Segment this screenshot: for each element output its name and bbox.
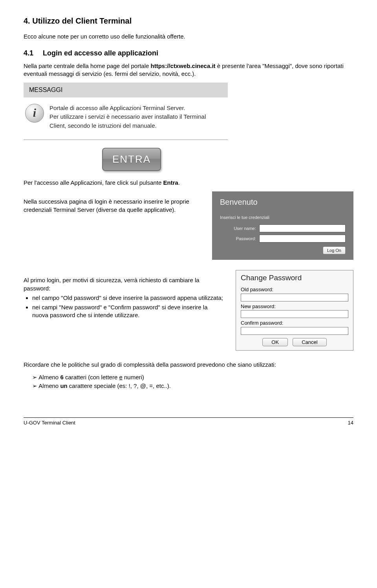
row-login: Nella successiva pagina di login è neces… <box>24 191 353 260</box>
policy-one: un <box>60 382 67 389</box>
page-footer: U-GOV Terminal Client 14 <box>24 417 353 426</box>
login-username-row: User name: <box>220 224 346 232</box>
change-password-buttons: OK Cancel <box>241 338 348 346</box>
change-password-intro: Al primo login, per motivi di sicurezza,… <box>24 276 225 292</box>
text-fragment: Per l'accesso alle Applicazioni, fare cl… <box>24 179 163 186</box>
info-icon: i <box>25 104 44 123</box>
login-panel: Benvenuto Inserisci le tue credenziali U… <box>212 191 353 260</box>
confirm-password-field: Confirm password: <box>241 320 348 335</box>
text-fragment: caratteri (con lettere <box>64 374 119 380</box>
text-fragment: Almeno <box>38 382 60 389</box>
new-password-label: New password: <box>241 303 348 310</box>
login-password-input[interactable] <box>259 235 346 243</box>
entra-button[interactable]: ENTRA <box>102 148 161 171</box>
messaggi-header: MESSAGGI <box>24 83 228 97</box>
new-password-input[interactable] <box>241 310 348 318</box>
ok-button[interactable]: OK <box>262 338 288 346</box>
old-password-label: Old password: <box>241 286 348 293</box>
portal-url: https://ctxweb.cineca.it <box>151 62 216 69</box>
cancel-button[interactable]: Cancel <box>293 338 326 346</box>
change-password-bullets: nel campo "Old password" si deve inserir… <box>24 294 225 320</box>
policy-item-special: Almeno un carattere speciale (es: !, ?, … <box>32 382 353 390</box>
login-password-row: Password: <box>220 235 346 243</box>
text-fragment: numeri) <box>123 374 144 380</box>
policy-intro: Ricordare che le politiche sul grado di … <box>24 361 353 369</box>
policy-item-chars: Almeno 6 caratteri (con lettere e numeri… <box>32 373 353 381</box>
footer-title: U-GOV Terminal Client <box>24 419 75 426</box>
policy-list: Almeno 6 caratteri (con lettere e numeri… <box>24 373 353 390</box>
messaggi-line2: Per utilizzare i servizi è necessario av… <box>49 112 224 130</box>
old-password-input[interactable] <box>241 294 348 301</box>
subsection-number: 4.1 <box>24 48 41 58</box>
policy-six: 6 <box>60 374 63 380</box>
change-password-panel: Change Password Old password: New passwo… <box>236 270 353 350</box>
login-username-input[interactable] <box>259 224 346 232</box>
paragraph-portal: Nella parte centrale della home page del… <box>24 62 353 78</box>
confirm-password-label: Confirm password: <box>241 320 348 327</box>
change-password-title: Change Password <box>241 273 348 283</box>
login-text: Nella successiva pagina di login è neces… <box>24 191 201 214</box>
row-change-password: Al primo login, per motivi di sicurezza,… <box>24 270 353 350</box>
entra-word: Entra <box>163 179 178 186</box>
messaggi-text: Portale di accesso alle Applicazioni Ter… <box>49 104 224 130</box>
messaggi-line1: Portale di accesso alle Applicazioni Ter… <box>49 104 224 113</box>
subsection-heading: 4.1 Login ed accesso alle applicazioni <box>24 48 353 58</box>
messaggi-body: i Portale di accesso alle Applicazioni T… <box>24 97 228 140</box>
footer-page-number: 14 <box>348 419 353 426</box>
section-intro: Ecco alcune note per un corretto uso del… <box>24 33 353 40</box>
text-fragment: Nella parte centrale della home page del… <box>24 62 151 69</box>
paragraph-entra: Per l'accesso alle Applicazioni, fare cl… <box>24 179 353 187</box>
old-password-field: Old password: <box>241 286 348 301</box>
bullet-old-password: nel campo "Old password" si deve inserir… <box>32 294 225 302</box>
text-fragment: Almeno <box>38 374 60 380</box>
subsection-title: Login ed accesso alle applicazioni <box>43 49 158 57</box>
text-fragment: . <box>178 179 180 186</box>
login-hint: Inserisci le tue credenziali <box>220 215 346 220</box>
messaggi-panel: MESSAGGI i Portale di accesso alle Appli… <box>24 83 228 140</box>
text-fragment: carattere speciale (es: !, ?, @, =, etc.… <box>68 382 171 389</box>
bullet-new-password: nei campi "New password" e "Confirm pass… <box>32 303 225 320</box>
entra-button-wrap: ENTRA <box>102 148 353 171</box>
login-password-label: Password: <box>220 236 259 242</box>
confirm-password-input[interactable] <box>241 327 348 335</box>
login-button-row: Log On <box>220 246 346 254</box>
login-welcome: Benvenuto <box>220 197 346 208</box>
section-title: 4. Utilizzo del Client Terminal <box>24 16 353 26</box>
policy-and: e <box>119 374 122 380</box>
login-username-label: User name: <box>220 226 259 232</box>
change-password-text: Al primo login, per motivi di sicurezza,… <box>24 270 225 321</box>
new-password-field: New password: <box>241 303 348 318</box>
logon-button[interactable]: Log On <box>323 246 346 254</box>
